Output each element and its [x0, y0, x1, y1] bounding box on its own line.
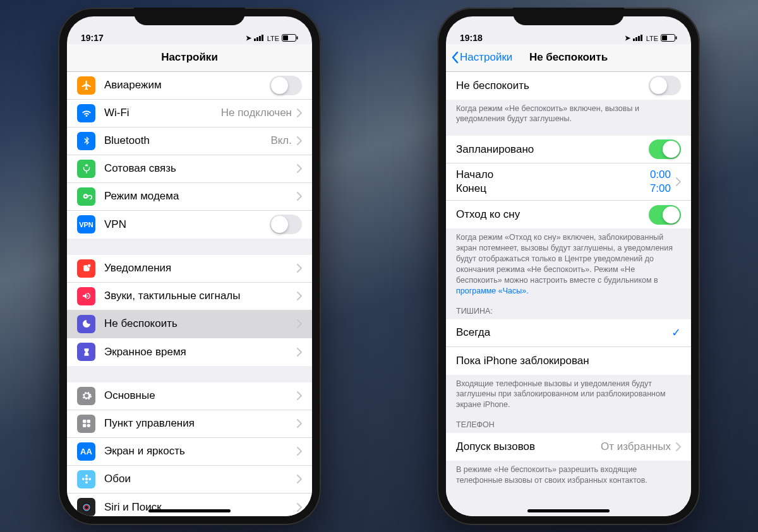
chevron-right-icon	[676, 177, 681, 186]
row-allow-calls[interactable]: Допуск вызовов От избранных	[446, 433, 691, 461]
status-right: ➤ LTE	[625, 34, 677, 43]
svg-rect-10	[87, 420, 90, 423]
row-siri[interactable]: Siri и Поиск	[67, 494, 312, 516]
svg-point-8	[87, 264, 90, 267]
svg-point-17	[88, 478, 91, 480]
svg-rect-27	[676, 36, 677, 39]
row-label: Всегда	[456, 326, 671, 339]
location-icon: ➤	[625, 34, 630, 42]
chevron-right-icon	[297, 292, 302, 300]
row-label: Сотовая связь	[104, 162, 292, 175]
chevron-right-icon	[676, 442, 681, 451]
row-bluetooth[interactable]: BluetoothВкл.	[67, 127, 312, 155]
row-label: Допуск вызовов	[456, 440, 601, 453]
section-header-phone: Телефон	[446, 413, 691, 433]
dnd-icon	[77, 315, 95, 333]
svg-rect-11	[83, 424, 86, 427]
wallpaper-icon	[77, 470, 95, 488]
svg-rect-5	[283, 35, 288, 40]
home-indicator[interactable]	[148, 509, 231, 512]
signal-icon	[254, 34, 265, 42]
settings-list[interactable]: АвиарежимWi-FiНе подключенBluetoothВкл.С…	[67, 72, 312, 516]
svg-rect-3	[262, 35, 263, 41]
row-display[interactable]: AAЭкран и яркость	[67, 438, 312, 466]
row-sounds[interactable]: Звуки, тактильные сигналы	[67, 283, 312, 310]
row-scheduled[interactable]: Запланировано	[446, 136, 691, 163]
general-icon	[77, 387, 95, 405]
row-value: Не подключен	[221, 107, 292, 119]
notch	[134, 8, 245, 25]
row-wallpaper[interactable]: Обои	[67, 466, 312, 494]
row-cellular[interactable]: Сотовая связь	[67, 155, 312, 183]
nav-bar: Настройки Не беспокоить	[446, 44, 691, 72]
dnd-settings[interactable]: Не беспокоить Когда режим «Не беспокоить…	[446, 72, 691, 516]
toggle-bedtime[interactable]	[649, 205, 681, 225]
toggle-airplane[interactable]	[270, 76, 302, 95]
footer-text: Входящие телефонные вызовы и уведомления…	[446, 375, 691, 413]
svg-point-12	[87, 424, 90, 427]
row-label: Уведомления	[104, 262, 292, 275]
row-bedtime[interactable]: Отход ко сну	[446, 201, 691, 228]
toggle-scheduled[interactable]	[649, 139, 681, 159]
row-notifications[interactable]: Уведомления	[67, 255, 312, 283]
row-label: Пункт управления	[104, 417, 292, 430]
svg-rect-23	[638, 36, 640, 41]
start-label: Начало	[456, 168, 493, 181]
svg-rect-2	[259, 36, 261, 41]
siri-icon	[77, 498, 95, 516]
row-label: Bluetooth	[104, 134, 270, 147]
footer-text: Когда режим «Не беспокоить» включен, выз…	[446, 100, 691, 127]
svg-rect-1	[256, 37, 258, 41]
row-label: Основные	[104, 389, 292, 402]
row-label: Отход ко сну	[456, 208, 649, 221]
phone-left: 19:17 ➤ LTE Настройки АвиарежимWi-FiНе п…	[58, 8, 321, 525]
row-label: Запланировано	[456, 143, 649, 156]
row-hotspot[interactable]: Режим модема	[67, 183, 312, 211]
row-airplane[interactable]: Авиарежим	[67, 72, 312, 100]
battery-icon	[282, 34, 298, 43]
chevron-right-icon	[297, 192, 302, 201]
row-screentime[interactable]: Экранное время	[67, 338, 312, 366]
svg-point-14	[85, 475, 88, 477]
screen-right: 19:18 ➤ LTE Настройки Не беспокоить	[446, 16, 691, 516]
section-header-silence: Тишина:	[446, 299, 691, 319]
chevron-right-icon	[297, 164, 302, 173]
row-value: Вкл.	[270, 134, 292, 147]
nav-back-label: Настройки	[460, 51, 512, 64]
cell-label: LTE	[267, 35, 279, 42]
svg-point-13	[85, 478, 88, 481]
row-while-locked[interactable]: Пока iPhone заблокирован	[446, 347, 691, 375]
screentime-icon	[77, 343, 95, 361]
svg-rect-22	[635, 37, 637, 41]
row-time-range[interactable]: Начало0:00 Конец7:00	[446, 163, 691, 201]
phone-right: 19:18 ➤ LTE Настройки Не беспокоить	[437, 8, 700, 525]
row-always[interactable]: Всегда ✓	[446, 319, 691, 347]
clock-app-link[interactable]: программе «Часы».	[456, 287, 529, 295]
end-label: Конец	[456, 182, 486, 195]
row-dnd[interactable]: Не беспокоить	[67, 310, 312, 338]
toggle-dnd[interactable]	[649, 76, 681, 95]
row-dnd-toggle[interactable]: Не беспокоить	[446, 72, 691, 100]
bluetooth-icon	[77, 132, 95, 150]
row-controlcenter[interactable]: Пункт управления	[67, 410, 312, 438]
chevron-right-icon	[297, 319, 302, 328]
home-indicator[interactable]	[527, 509, 610, 512]
row-label: Обои	[104, 473, 292, 485]
status-time: 19:18	[460, 33, 483, 43]
row-wifi[interactable]: Wi-FiНе подключен	[67, 100, 312, 127]
row-value: От избранных	[601, 440, 671, 453]
start-value: 0:00	[650, 168, 671, 181]
nav-title: Настройки	[161, 51, 218, 64]
chevron-right-icon	[297, 391, 302, 400]
wifi-icon	[77, 104, 95, 122]
toggle-vpn[interactable]	[270, 215, 302, 234]
row-general[interactable]: Основные	[67, 382, 312, 410]
nav-title: Не беспокоить	[529, 51, 608, 64]
chevron-right-icon	[297, 503, 302, 512]
airplane-icon	[77, 76, 95, 95]
cell-label: LTE	[646, 35, 658, 42]
svg-point-15	[85, 481, 88, 483]
location-icon: ➤	[246, 34, 251, 42]
nav-back-button[interactable]: Настройки	[451, 51, 512, 64]
row-vpn[interactable]: VPNVPN	[67, 211, 312, 239]
